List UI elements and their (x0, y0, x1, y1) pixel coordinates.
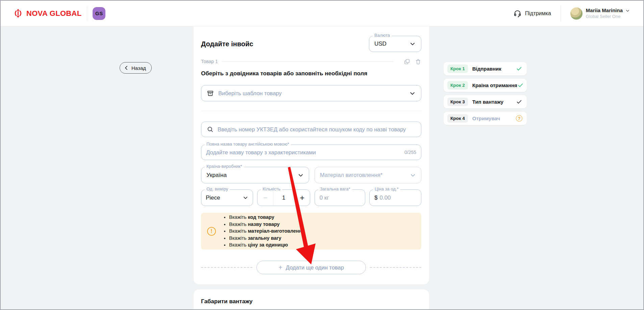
weight-placeholder: 0 кг (320, 195, 329, 201)
warning-list: Вкажіть код товару Вкажіть назву товару … (223, 214, 305, 248)
price-per-unit-input[interactable]: Ціна за од.* $ 0.00 (369, 189, 421, 206)
step-card-cargo-type[interactable]: Крок 3 Тип вантажу (444, 95, 527, 108)
quantity-stepper: Кількість − 1 + (257, 189, 310, 206)
step-card-destination-country[interactable]: Крок 2 Країна отримання (444, 79, 527, 92)
back-button[interactable]: Назад (120, 62, 152, 74)
quantity-increase-button[interactable]: + (294, 190, 310, 206)
plus-icon: + (278, 264, 282, 271)
price-placeholder: 0.00 (379, 195, 391, 201)
template-placeholder: Виберіть шаблон товару (218, 90, 282, 97)
char-counter: 0/255 (404, 150, 416, 155)
country-value: Україна (206, 172, 227, 179)
unit-of-measure-select[interactable]: Од. виміру Piece (201, 189, 253, 206)
delete-item-icon[interactable] (415, 58, 421, 65)
user-menu[interactable]: Mariia Marinina Global Seller One (570, 7, 630, 20)
step-card-recipient[interactable]: Крок 4 Отримувач ? (444, 112, 527, 125)
material-select[interactable]: Матеріал виготовлення* (315, 167, 421, 183)
weight-label: Загальна вага* (318, 187, 352, 191)
search-placeholder: Введіть номер УКТЗЕД або скористайтеся п… (218, 126, 406, 133)
add-item-label: Додати ще один товар (286, 264, 344, 271)
invoice-card: Додайте інвойс Валюта USD Товар 1 (194, 26, 429, 284)
brand-logo[interactable]: NOVA GLOBAL (14, 9, 81, 18)
template-box-icon (207, 90, 214, 97)
nova-arrows-icon (14, 9, 23, 18)
product-name-placeholder: Додайте назву товару з характеристиками (206, 149, 316, 156)
material-placeholder: Матеріал виготовлення* (320, 172, 382, 178)
item-number-label: Товар 1 (201, 59, 218, 64)
quantity-decrease-button[interactable]: − (257, 190, 273, 206)
catalog-helper-heading: Оберіть з довідника товарів або заповніт… (201, 70, 421, 77)
section-divider (201, 111, 421, 111)
header-divider (561, 6, 561, 21)
unit-value: Piece (206, 195, 220, 201)
step-badge: Крок 2 (447, 81, 468, 89)
step-card-sender[interactable]: Крок 1 Відправник (444, 62, 527, 75)
step-badge: Крок 4 (447, 114, 468, 123)
steps-sidebar: Крок 1 Відправник Крок 2 Країна отриманн… (444, 62, 527, 125)
warning-item: Вкажіть назву товару (229, 221, 305, 228)
avatar (570, 7, 583, 20)
product-name-input[interactable]: Повна назва товару англійською мовою* До… (201, 145, 421, 160)
validation-warning-box: ! Вкажіть код товару Вкажіть назву товар… (201, 213, 421, 250)
quantity-label: Кількість (261, 187, 282, 191)
user-organization: Global Seller One (586, 14, 630, 19)
warning-item: Вкажіть матеріал-виготовлення (229, 228, 305, 234)
chevron-down-icon (625, 8, 630, 13)
back-button-label: Назад (131, 65, 146, 71)
chevron-down-icon (243, 195, 248, 201)
brand-name: NOVA GLOBAL (26, 9, 81, 18)
chevron-down-icon (410, 41, 416, 47)
search-icon (207, 126, 214, 133)
product-name-label: Повна назва товару англійською мовою* (205, 142, 291, 146)
invoice-title: Додайте інвойс (201, 40, 253, 48)
cargo-dimensions-title: Габарити вантажу (201, 298, 421, 305)
uktzed-search-input[interactable]: Введіть номер УКТЗЕД або скористайтеся п… (201, 122, 421, 137)
currency-label: Валюта (373, 33, 392, 37)
step-badge: Крок 1 (447, 64, 468, 73)
add-another-item-button[interactable]: + Додати ще один товар (256, 261, 366, 274)
chevron-down-icon (298, 172, 304, 178)
quantity-value[interactable]: 1 (273, 190, 294, 206)
support-label: Підтримка (525, 10, 551, 17)
step-label: Відправник (472, 66, 501, 72)
total-weight-input[interactable]: Загальна вага* 0 кг (315, 189, 365, 206)
warning-item: Вкажіть код товару (229, 214, 305, 221)
warning-icon: ! (207, 227, 216, 236)
dashed-line (201, 267, 252, 268)
dashed-line (370, 267, 421, 268)
step-label: Країна отримання (472, 82, 517, 88)
currency-value: USD (374, 41, 387, 47)
item-divider-line (222, 61, 394, 62)
question-icon: ? (516, 115, 522, 122)
check-icon (516, 99, 522, 105)
top-header: NOVA GLOBAL GS Підтримка (1, 1, 643, 26)
step-label: Тип вантажу (472, 99, 503, 105)
chevron-down-icon (410, 172, 416, 178)
price-label: Ціна за од.* (373, 187, 400, 191)
step-badge: Крок 3 (447, 98, 468, 106)
chevron-left-icon (124, 66, 129, 70)
chevron-down-icon (409, 90, 416, 97)
header-divider (87, 6, 87, 21)
currency-symbol: $ (374, 195, 377, 201)
user-name: Mariia Marinina (586, 7, 623, 14)
currency-select[interactable]: Валюта USD (369, 36, 421, 52)
unit-label: Од. виміру (205, 187, 230, 191)
product-template-select[interactable]: Виберіть шаблон товару (201, 85, 421, 101)
check-icon (517, 82, 524, 88)
headphones-icon (513, 9, 522, 18)
step-label: Отримувач (472, 115, 500, 121)
warning-item: Вкажіть загальну вагу (229, 235, 305, 241)
gs-workspace-badge[interactable]: GS (93, 7, 105, 20)
check-icon (516, 66, 522, 72)
country-label: Країна-виробник* (205, 164, 244, 169)
cargo-dimensions-card: Габарити вантажу (194, 289, 429, 310)
page: NOVA GLOBAL GS Підтримка (0, 0, 644, 310)
warning-item: Вкажіть ціну за одиницю (229, 241, 305, 248)
copy-item-icon[interactable] (404, 58, 410, 65)
support-button[interactable]: Підтримка (513, 9, 551, 18)
country-of-origin-select[interactable]: Країна-виробник* Україна (201, 167, 309, 183)
